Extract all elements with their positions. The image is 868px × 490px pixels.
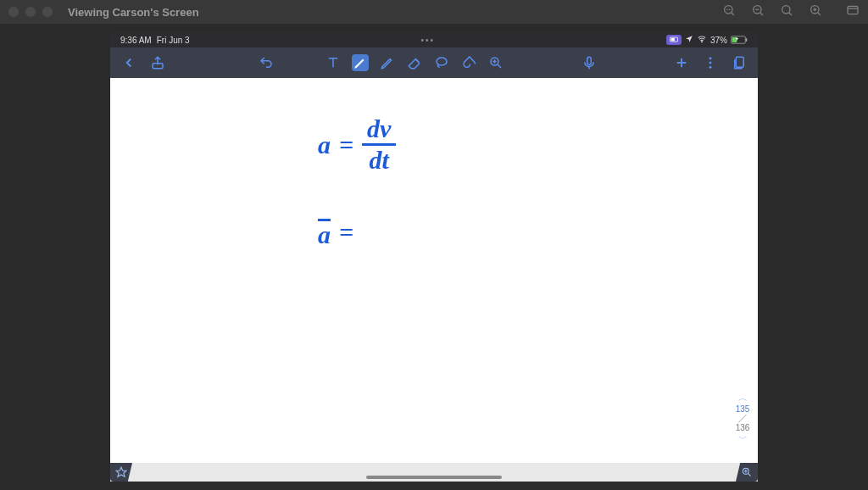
ipad-screen: 9:36 AM Fri Jun 3 ••• 37% bbox=[110, 32, 758, 482]
note-canvas[interactable]: a = dv dt a = ︿ 135 ╱ 136 ﹀ bbox=[110, 78, 758, 463]
mac-toolbar-right bbox=[722, 3, 860, 20]
eraser-tool-icon[interactable] bbox=[406, 54, 423, 71]
svg-line-26 bbox=[498, 64, 502, 68]
page-down-icon[interactable]: ﹀ bbox=[732, 432, 753, 445]
svg-rect-19 bbox=[732, 37, 737, 42]
svg-point-0 bbox=[725, 6, 732, 14]
handwritten-equation-2: a = bbox=[318, 218, 353, 247]
svg-line-7 bbox=[789, 13, 792, 15]
undo-button[interactable] bbox=[258, 54, 275, 71]
zoom-corner-button[interactable] bbox=[736, 463, 758, 482]
add-button[interactable] bbox=[673, 54, 690, 71]
pen-tool-icon[interactable] bbox=[352, 54, 369, 71]
svg-line-4 bbox=[760, 13, 763, 15]
svg-line-1 bbox=[732, 13, 734, 15]
highlighter-tool-icon[interactable] bbox=[379, 54, 396, 71]
close-window-button[interactable] bbox=[8, 7, 19, 17]
window-layout-icon[interactable] bbox=[846, 3, 860, 20]
zoom-in-icon[interactable] bbox=[809, 3, 822, 20]
lasso-tool-icon[interactable] bbox=[433, 54, 450, 71]
svg-marker-37 bbox=[116, 467, 126, 476]
zoom-out-icon[interactable] bbox=[751, 3, 765, 20]
svg-point-34 bbox=[709, 62, 711, 64]
svg-point-16 bbox=[702, 42, 703, 42]
status-time: 9:36 AM bbox=[120, 36, 152, 45]
page-indicator: ︿ 135 ╱ 136 ﹀ bbox=[732, 392, 753, 446]
pages-button[interactable] bbox=[731, 54, 748, 71]
share-button[interactable] bbox=[149, 54, 166, 71]
traffic-lights bbox=[8, 7, 53, 17]
ipad-statusbar: 9:36 AM Fri Jun 3 ••• 37% bbox=[110, 32, 758, 47]
bottom-bar bbox=[110, 463, 758, 482]
mac-titlebar: Viewing Carson's Screen bbox=[0, 0, 868, 24]
svg-rect-12 bbox=[848, 6, 858, 14]
screen-mirroring-icon[interactable] bbox=[666, 35, 682, 45]
total-pages: 136 bbox=[732, 423, 753, 432]
svg-point-35 bbox=[709, 66, 711, 69]
battery-charging-icon bbox=[731, 36, 748, 44]
svg-point-33 bbox=[709, 57, 711, 59]
shapes-tool-icon[interactable] bbox=[460, 54, 477, 71]
svg-line-39 bbox=[748, 474, 751, 476]
wifi-icon bbox=[697, 35, 707, 45]
multitask-dots-icon[interactable]: ••• bbox=[421, 36, 436, 45]
page-up-icon[interactable]: ︿ bbox=[732, 392, 753, 404]
zoom-actual-icon[interactable] bbox=[722, 3, 736, 20]
svg-rect-29 bbox=[587, 57, 591, 64]
zoom-fit-icon[interactable] bbox=[780, 3, 793, 20]
location-icon bbox=[685, 35, 693, 45]
svg-rect-15 bbox=[671, 38, 674, 41]
handwritten-equation-1: a = dv dt bbox=[318, 116, 396, 173]
window-title: Viewing Carson's Screen bbox=[68, 6, 199, 19]
zoom-tool-icon[interactable] bbox=[487, 54, 504, 71]
svg-rect-36 bbox=[736, 57, 743, 67]
svg-point-24 bbox=[437, 58, 447, 65]
svg-line-9 bbox=[818, 13, 821, 15]
back-button[interactable] bbox=[120, 54, 137, 71]
battery-percentage: 37% bbox=[710, 36, 727, 45]
home-indicator[interactable] bbox=[366, 476, 502, 479]
minimize-window-button[interactable] bbox=[25, 7, 36, 17]
svg-rect-18 bbox=[746, 38, 748, 42]
maximize-window-button[interactable] bbox=[42, 7, 53, 17]
svg-point-6 bbox=[782, 6, 790, 14]
app-toolbar bbox=[110, 47, 758, 78]
status-date: Fri Jun 3 bbox=[157, 36, 190, 45]
text-tool-icon[interactable] bbox=[325, 54, 342, 71]
more-button[interactable] bbox=[702, 54, 719, 71]
microphone-button[interactable] bbox=[581, 54, 598, 71]
favorite-button[interactable] bbox=[110, 463, 132, 482]
page-slash: ╱ bbox=[738, 414, 746, 424]
